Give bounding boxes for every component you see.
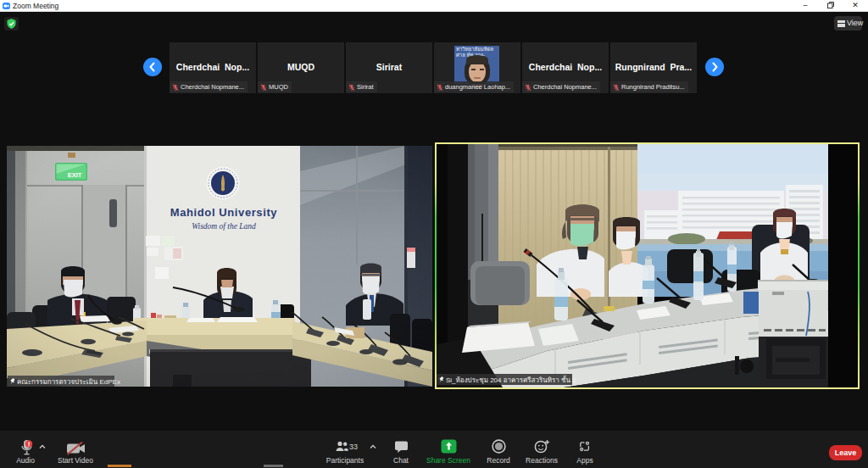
svg-text:33: 33 xyxy=(349,443,358,451)
svg-text:คณะกรรมการตรวจประเมิน EdPEx: คณะกรรมการตรวจประเมิน EdPEx xyxy=(17,378,120,386)
svg-text:Si_ห้องประชุม 204 อาคารศรีสวริ: Si_ห้องประชุม 204 อาคารศรีสวรินทิรา ชั้น… xyxy=(446,375,576,384)
